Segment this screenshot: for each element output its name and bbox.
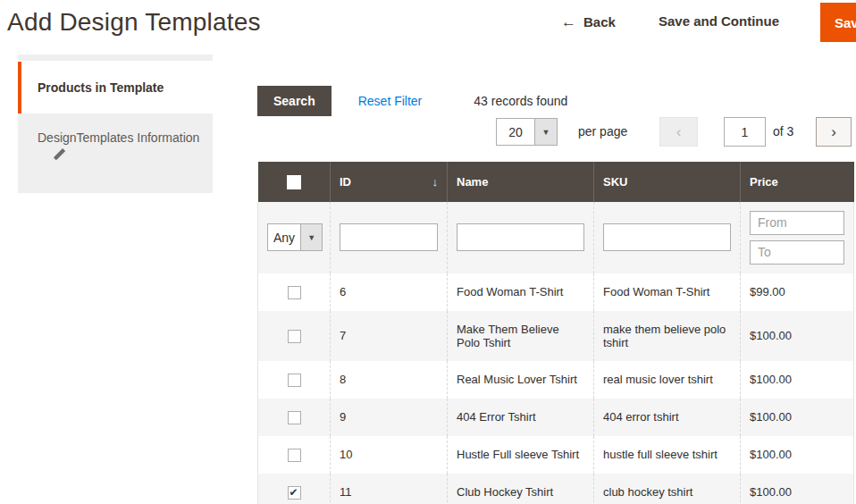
next-page-button[interactable]: › (816, 117, 852, 147)
cell-sku: real music lover tshirt (594, 361, 741, 399)
back-button[interactable]: ←Back (561, 13, 616, 31)
row-checkbox[interactable] (288, 486, 301, 500)
page-header: Add Design Templates ←Back Save and Cont… (0, 0, 856, 50)
cell-id: 8 (331, 361, 448, 399)
table-row[interactable]: 11 Club Hockey Tshirt club hockey tshirt… (258, 474, 854, 504)
select-arrow-box: ▼ (300, 224, 322, 250)
grid-header-row: ID↓ Name SKU Price (258, 162, 854, 202)
price-filter-cell (741, 202, 854, 273)
total-pages-text: of 3 (773, 124, 793, 139)
column-header-id[interactable]: ID↓ (331, 162, 448, 202)
sku-filter-cell (594, 202, 741, 273)
tab-products-in-template[interactable]: Products in Template (18, 62, 213, 113)
table-row[interactable]: 8 Real Music Lover Tshirt real music lov… (258, 361, 854, 399)
grid-filter-row: Any ▼ (258, 202, 854, 273)
id-filter-input[interactable] (340, 223, 438, 251)
cell-price: $99.00 (741, 273, 854, 311)
any-filter-value: Any (268, 224, 300, 250)
pagination-bar: 20 ▼ per page ‹ of 3 › (257, 117, 853, 153)
id-filter-cell (331, 202, 448, 273)
previous-page-button[interactable]: ‹ (659, 117, 698, 147)
row-checkbox[interactable] (288, 411, 301, 424)
sidebar-tabs: Products in Template DesignTemplates Inf… (18, 55, 213, 193)
cell-sku: Food Woman T-Shirt (594, 273, 741, 311)
cell-sku: 404 error tshirt (594, 399, 741, 436)
cell-id: 9 (331, 399, 448, 436)
sort-descending-icon: ↓ (432, 175, 439, 189)
records-found-text: 43 records found (474, 94, 567, 108)
sku-filter-input[interactable] (603, 223, 731, 251)
cell-sku: hustle full sleeve tshirt (594, 436, 741, 474)
select-arrow-box: ▼ (534, 119, 557, 145)
tab-info-label: DesignTemplates Information (38, 130, 199, 145)
reset-filter-link[interactable]: Reset Filter (358, 94, 423, 108)
save-and-continue-button[interactable]: Save and Continue (659, 13, 779, 29)
sidebar-top-strip (18, 55, 213, 61)
cell-name: Make Them Believe Polo Tshirt (448, 311, 594, 361)
chevron-down-icon: ▼ (307, 233, 315, 242)
cell-id: 7 (331, 311, 448, 361)
cell-id: 10 (331, 436, 448, 474)
back-label: Back (583, 14, 616, 29)
save-button[interactable]: Save (820, 3, 856, 42)
chevron-left-icon: ‹ (676, 123, 682, 141)
cell-sku: make them believe polo tshirt (594, 311, 741, 361)
cell-price: $100.00 (741, 361, 854, 399)
cell-name: Hustle Full sleeve Tshirt (448, 436, 594, 474)
current-page-input[interactable] (724, 117, 766, 147)
select-all-checkbox[interactable] (287, 175, 301, 189)
row-checkbox[interactable] (288, 330, 301, 343)
cell-name: Food Woman T-Shirt (448, 273, 594, 311)
table-row[interactable]: 7 Make Them Believe Polo Tshirt make the… (258, 311, 854, 361)
page-title: Add Design Templates (7, 8, 261, 37)
cell-id: 6 (331, 273, 448, 311)
cell-name: Real Music Lover Tshirt (448, 361, 594, 399)
name-filter-input[interactable] (457, 223, 584, 251)
cell-name: Club Hockey Tshirt (448, 474, 594, 504)
column-header-price[interactable]: Price (741, 162, 854, 202)
chevron-down-icon: ▼ (542, 128, 550, 137)
price-from-input[interactable] (750, 211, 844, 235)
table-row[interactable]: 10 Hustle Full sleeve Tshirt hustle full… (258, 436, 854, 474)
grid-toolbar: Search Reset Filter 43 records found (257, 85, 853, 117)
select-all-header (258, 162, 331, 202)
cell-price: $100.00 (741, 436, 854, 474)
name-filter-cell (448, 202, 594, 273)
any-filter-cell: Any ▼ (258, 202, 331, 273)
column-header-name[interactable]: Name (448, 162, 594, 202)
cell-price: $100.00 (741, 474, 854, 504)
arrow-left-icon: ← (561, 13, 576, 30)
row-checkbox[interactable] (288, 374, 301, 387)
grid-panel: Search Reset Filter 43 records found 20 … (257, 85, 853, 504)
table-row[interactable]: 9 404 Error Tshirt 404 error tshirt $100… (258, 399, 854, 436)
per-page-value: 20 (497, 119, 534, 145)
tab-products-label: Products in Template (38, 80, 164, 95)
per-page-select[interactable]: 20 ▼ (496, 118, 558, 146)
chevron-right-icon: › (831, 123, 836, 141)
row-checkbox[interactable] (288, 449, 301, 462)
price-to-input[interactable] (750, 240, 844, 265)
tab-designtemplates-information[interactable]: DesignTemplates Information (18, 113, 213, 193)
products-grid: ID↓ Name SKU Price Any ▼ (257, 162, 854, 504)
cell-sku: club hockey tshirt (594, 474, 741, 504)
any-filter-select[interactable]: Any ▼ (267, 223, 323, 251)
cell-price: $100.00 (741, 399, 854, 436)
per-page-label: per page (578, 124, 627, 139)
pencil-icon (52, 148, 206, 164)
table-row[interactable]: 6 Food Woman T-Shirt Food Woman T-Shirt … (258, 273, 854, 311)
row-checkbox[interactable] (288, 286, 301, 299)
column-header-sku[interactable]: SKU (594, 162, 741, 202)
cell-price: $100.00 (741, 311, 854, 361)
search-button[interactable]: Search (257, 86, 331, 116)
cell-id: 11 (331, 474, 448, 504)
cell-name: 404 Error Tshirt (448, 399, 594, 436)
